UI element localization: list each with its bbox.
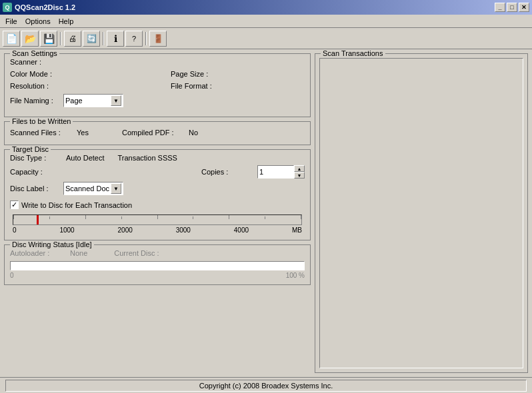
toolbar-separator-1 <box>60 32 61 45</box>
page-size-row: Page Size : <box>171 70 305 78</box>
scan-settings-title: Scan Settings <box>10 49 59 57</box>
writing-progress-bar <box>10 261 305 270</box>
file-format-label: File Format : <box>171 82 224 90</box>
disc-label-select-value: Scanned Doc <box>65 185 109 193</box>
status-bar-text: Copyright (c) 2008 Broadex Systems Inc. <box>5 380 527 392</box>
ruler-labels: 0 1000 2000 3000 4000 MB <box>10 225 305 234</box>
capacity-label: Capacity : <box>10 168 63 176</box>
compiled-pdf-value: No <box>189 129 198 137</box>
scan-transactions-title: Scan Transactions <box>321 49 385 57</box>
copies-label: Copies : <box>201 168 255 176</box>
files-written-group: Files to be Written Scanned Files : Yes … <box>4 121 311 145</box>
title-bar: Q QQScan2Disc 1.2 _ □ ✕ <box>0 0 532 15</box>
menu-file[interactable]: File <box>1 16 21 27</box>
disc-type-label: Disc Type : <box>10 154 63 162</box>
file-naming-label: File Naming : <box>10 97 63 105</box>
menu-bar: File Options Help <box>0 15 532 28</box>
files-written-row: Scanned Files : Yes Compiled PDF : No <box>10 126 305 139</box>
status-info-row: Autoloader : None Current Disc : <box>10 249 305 257</box>
left-panel: Scan Settings Scanner : Color Mode : Pag… <box>4 53 311 373</box>
color-mode-row: Color Mode : <box>10 70 144 78</box>
transaction-label: Transaction SSSS <box>117 154 177 162</box>
toolbar-scan2-button[interactable]: 🔄 <box>83 31 100 47</box>
page-size-label: Page Size : <box>171 70 224 78</box>
ruler-label-2000: 2000 <box>118 226 133 234</box>
ruler-track <box>13 214 302 225</box>
resolution-row: Resolution : <box>10 82 144 90</box>
scan-transactions-area <box>319 58 523 368</box>
disc-label-row: Disc Label : Scanned Doc ▼ <box>10 182 305 195</box>
app-icon: Q <box>3 3 12 12</box>
maximize-button[interactable]: □ <box>507 3 517 12</box>
main-content: Scan Settings Scanner : Color Mode : Pag… <box>0 49 532 377</box>
autoloader-label: Autoloader : <box>10 249 57 257</box>
progress-min-label: 0 <box>10 272 14 279</box>
file-naming-row: File Naming : Page ▼ <box>10 94 305 107</box>
right-panel: Scan Transactions <box>315 53 528 373</box>
scan-transactions-group: Scan Transactions <box>315 53 528 373</box>
autoloader-value: None <box>70 249 87 257</box>
copies-spinbox-buttons: ▲ ▼ <box>294 165 305 179</box>
window-title: QQScan2Disc 1.2 <box>15 3 75 11</box>
current-disc-label: Current Disc : <box>114 249 159 257</box>
target-disc-group: Target Disc Disc Type : Auto Detect Tran… <box>4 149 311 240</box>
compiled-pdf-label: Compiled PDF : <box>122 129 175 137</box>
target-disc-title: Target Disc <box>10 145 51 153</box>
capacity-copies-row: Capacity : Copies : 1 ▲ ▼ <box>10 165 305 179</box>
toolbar-about-button[interactable]: ? <box>125 31 143 47</box>
toolbar-save-button[interactable]: 💾 <box>40 31 57 47</box>
scanner-row: Scanner : <box>10 58 305 66</box>
scanned-files-label: Scanned Files : <box>10 129 63 137</box>
status-bar: Copyright (c) 2008 Broadex Systems Inc. <box>0 377 532 393</box>
disc-type-row: Disc Type : Auto Detect Transaction SSSS <box>10 154 305 162</box>
progress-labels: 0 100 % <box>10 272 305 279</box>
disc-writing-status-group: Disc Writing Status [Idle] Autoloader : … <box>4 244 311 285</box>
write-checkbox[interactable]: ✓ Write to Disc for Each Transaction <box>10 200 305 209</box>
files-written-title: Files to be Written <box>10 117 73 125</box>
toolbar-open-button[interactable]: 📂 <box>21 31 39 47</box>
progress-max-label: 100 % <box>286 272 305 279</box>
disc-label-label: Disc Label : <box>10 185 63 193</box>
file-naming-select[interactable]: Page ▼ <box>63 94 123 107</box>
ruler-label-3000: 3000 <box>176 226 191 234</box>
write-checkbox-box[interactable]: ✓ <box>10 200 19 209</box>
toolbar: 📄 📂 💾 🖨 🔄 ℹ ? 🚪 <box>0 28 532 49</box>
copies-decrement-button[interactable]: ▼ <box>294 172 305 179</box>
ruler-position-marker <box>37 215 39 224</box>
copies-input[interactable]: 1 <box>257 165 294 179</box>
toolbar-separator-3 <box>145 32 147 45</box>
file-naming-select-value: Page <box>65 97 83 105</box>
resolution-label: Resolution : <box>10 82 63 90</box>
write-checkbox-label: Write to Disc for Each Transaction <box>21 201 132 209</box>
toolbar-separator-2 <box>103 32 104 45</box>
title-controls: _ □ ✕ <box>495 3 529 12</box>
toolbar-scan-button[interactable]: 🖨 <box>64 31 81 47</box>
menu-help[interactable]: Help <box>55 16 78 27</box>
disc-label-dropdown-arrow[interactable]: ▼ <box>111 183 121 194</box>
scanner-label: Scanner : <box>10 58 63 66</box>
ruler-label-1000: 1000 <box>59 226 74 234</box>
ruler-label-4000: 4000 <box>234 226 249 234</box>
minimize-button[interactable]: _ <box>495 3 505 12</box>
disc-capacity-ruler: 0 1000 2000 3000 4000 MB <box>10 214 305 234</box>
close-button[interactable]: ✕ <box>519 3 529 12</box>
color-mode-label: Color Mode : <box>10 70 63 78</box>
toolbar-exit-button[interactable]: 🚪 <box>149 31 167 47</box>
copies-increment-button[interactable]: ▲ <box>294 165 305 172</box>
file-format-row: File Format : <box>171 82 305 90</box>
ruler-label-mb: MB <box>292 226 302 234</box>
toolbar-info-button[interactable]: ℹ <box>107 31 124 47</box>
disc-writing-status-title: Disc Writing Status [Idle] <box>10 240 94 248</box>
scan-settings-group: Scan Settings Scanner : Color Mode : Pag… <box>4 53 311 117</box>
disc-type-value: Auto Detect <box>66 154 104 162</box>
scanned-files-value: Yes <box>77 129 89 137</box>
copies-spinbox: 1 ▲ ▼ <box>257 165 305 179</box>
menu-options[interactable]: Options <box>21 16 55 27</box>
ruler-label-0: 0 <box>13 226 17 234</box>
toolbar-new-button[interactable]: 📄 <box>3 31 20 47</box>
file-naming-dropdown-arrow[interactable]: ▼ <box>111 95 121 106</box>
disc-label-select[interactable]: Scanned Doc ▼ <box>63 182 123 195</box>
